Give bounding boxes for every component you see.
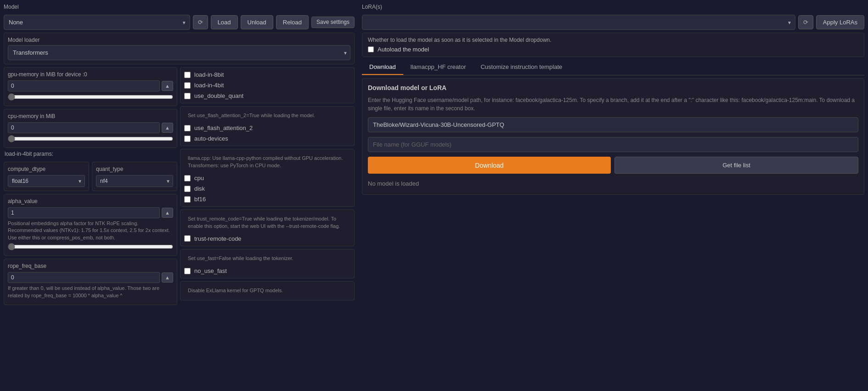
flash-attention-group: Set use_flash_attention_2=True while loa… bbox=[180, 106, 355, 146]
use-flash-attention-2-checkbox[interactable] bbox=[184, 125, 191, 131]
quant-type-select[interactable]: nf4 fp4 bbox=[96, 175, 173, 187]
cpu-memory-spinner[interactable]: ▲ bbox=[162, 123, 173, 133]
load-in-4bit-label: load-in-4bit bbox=[194, 82, 224, 89]
bf16-checkbox[interactable] bbox=[184, 196, 191, 203]
lora-label: LoRA(s) bbox=[362, 4, 864, 10]
rope-freq-base-input[interactable] bbox=[8, 272, 160, 283]
trust-remote-group: Set trust_remote_code=True while loading… bbox=[180, 210, 355, 246]
get-file-list-button[interactable]: Get file list bbox=[614, 157, 858, 174]
load-button[interactable]: Load bbox=[211, 15, 238, 29]
load-in-4bit-checkbox[interactable] bbox=[184, 82, 191, 89]
no-use-fast-checkbox[interactable] bbox=[184, 268, 191, 274]
no-use-fast-group: Set use_fast=False while loading the tok… bbox=[180, 249, 355, 278]
gpu-memory-spinner[interactable]: ▲ bbox=[162, 81, 173, 91]
alpha-value-label: alpha_value bbox=[8, 198, 173, 204]
auto-devices-item: auto-devices bbox=[184, 135, 350, 142]
no-use-fast-info: Set use_fast=False while loading the tok… bbox=[184, 253, 350, 264]
autoload-model-label: Autoload the model bbox=[378, 46, 429, 53]
auto-devices-checkbox[interactable] bbox=[184, 136, 191, 142]
cpu-label: cpu bbox=[194, 175, 204, 181]
download-desc: Enter the Hugging Face username/model pa… bbox=[368, 96, 858, 113]
download-buttons: Download Get file list bbox=[368, 157, 858, 174]
llama-cpp-info: llama.cpp: Use llama-cpp-python compiled… bbox=[184, 153, 350, 171]
cpu-checkbox[interactable] bbox=[184, 175, 191, 181]
model-loader-label: Model loader bbox=[8, 37, 350, 43]
load-in-4bit-item: load-in-4bit bbox=[184, 82, 350, 89]
load-in-8bit-label: load-in-8bit bbox=[194, 71, 224, 78]
model-dropdown[interactable]: None bbox=[4, 15, 190, 30]
trust-remote-info: Set trust_remote_code=True while loading… bbox=[184, 214, 350, 232]
tab-download[interactable]: Download bbox=[362, 60, 403, 75]
tab-llamacpp-hf[interactable]: llamacpp_HF creator bbox=[403, 60, 473, 75]
trust-remote-code-checkbox[interactable] bbox=[184, 235, 191, 242]
cpu-memory-input[interactable] bbox=[8, 122, 160, 133]
download-title: Download model or LoRA bbox=[368, 84, 858, 91]
model-dropdown-wrap: None ▼ bbox=[4, 15, 190, 30]
model-path-input[interactable] bbox=[368, 117, 858, 132]
alpha-value-input[interactable] bbox=[8, 207, 160, 218]
trust-remote-code-label: trust-remote-code bbox=[194, 235, 242, 242]
compute-dtype-box: compute_dtype float16 bfloat16 float32 ▼ bbox=[4, 162, 89, 191]
autoload-model-checkbox[interactable] bbox=[368, 46, 374, 52]
tab-customize[interactable]: Customize instruction template bbox=[473, 60, 569, 75]
download-panel: Download model or LoRA Enter the Hugging… bbox=[362, 78, 864, 195]
unload-button[interactable]: Unload bbox=[241, 15, 273, 29]
trust-remote-code-item: trust-remote-code bbox=[184, 235, 350, 242]
disk-item: disk bbox=[184, 185, 350, 192]
autoload-info-banner: Whether to load the model as soon as it … bbox=[362, 33, 864, 57]
lora-dropdown[interactable] bbox=[362, 15, 795, 30]
no-use-fast-item: no_use_fast bbox=[184, 267, 350, 274]
cpu-memory-slider[interactable] bbox=[8, 135, 173, 142]
apply-loras-button[interactable]: Apply LoRAs bbox=[816, 15, 864, 29]
save-settings-button[interactable]: Save settings bbox=[311, 17, 355, 28]
compute-dtype-select[interactable]: float16 bfloat16 float32 bbox=[8, 175, 85, 187]
load-in-4bit-params-label: load-in-4bit params: bbox=[4, 151, 177, 157]
use-flash-attention-2-label: use_flash_attention_2 bbox=[194, 125, 253, 131]
compute-dtype-label: compute_dtype bbox=[8, 166, 85, 172]
checkbox-group-1: load-in-8bit load-in-4bit use_double_qua… bbox=[180, 67, 355, 103]
quant-type-label: quant_type bbox=[96, 166, 173, 172]
gpu-memory-input[interactable] bbox=[8, 80, 160, 91]
rope-freq-base-desc: If greater than 0, will be used instead … bbox=[8, 285, 173, 299]
tabs-row: Download llamacpp_HF creator Customize i… bbox=[362, 60, 864, 75]
flash-attention-info: Set use_flash_attention_2=True while loa… bbox=[184, 110, 350, 121]
no-model-status: No model is loaded bbox=[368, 178, 858, 189]
quant-type-box: quant_type nf4 fp4 ▼ bbox=[92, 162, 177, 191]
no-use-fast-label: no_use_fast bbox=[194, 267, 227, 274]
bf16-item: bf16 bbox=[184, 196, 350, 203]
alpha-value-spinner[interactable]: ▲ bbox=[162, 208, 173, 218]
compute-dtype-select-wrap: float16 bfloat16 float32 ▼ bbox=[8, 175, 85, 187]
exllama-info: Disable ExLlama kernel for GPTQ models. bbox=[184, 285, 350, 296]
model-loader-dropdown[interactable]: Transformers bbox=[8, 45, 350, 60]
filename-input[interactable] bbox=[368, 137, 858, 152]
load-in-8bit-checkbox[interactable] bbox=[184, 72, 191, 78]
reload-button[interactable]: Reload bbox=[276, 15, 309, 29]
use-double-quant-item: use_double_quant bbox=[184, 92, 350, 99]
cpu-item: cpu bbox=[184, 175, 350, 181]
alpha-value-slider[interactable] bbox=[8, 243, 173, 250]
download-button[interactable]: Download bbox=[368, 157, 611, 174]
alpha-value-section: alpha_value ▲ Positional embeddings alph… bbox=[4, 194, 177, 256]
model-refresh-button[interactable]: ⟳ bbox=[193, 15, 208, 29]
quant-type-select-wrap: nf4 fp4 ▼ bbox=[96, 175, 173, 187]
rope-freq-base-spinner[interactable]: ▲ bbox=[162, 272, 173, 283]
cpu-memory-label: cpu-memory in MiB bbox=[8, 113, 173, 119]
rope-freq-base-section: rope_freq_base ▲ If greater than 0, will… bbox=[4, 259, 177, 305]
use-double-quant-checkbox[interactable] bbox=[184, 93, 191, 99]
lora-dropdown-wrap: ▼ bbox=[362, 15, 795, 30]
use-flash-attention-item: use_flash_attention_2 bbox=[184, 125, 350, 131]
lora-refresh-button[interactable]: ⟳ bbox=[798, 15, 813, 29]
gpu-memory-slider[interactable] bbox=[8, 93, 173, 101]
lora-section: ▼ ⟳ Apply LoRAs bbox=[362, 15, 864, 30]
load-in-8bit-item: load-in-8bit bbox=[184, 71, 350, 78]
auto-devices-label: auto-devices bbox=[194, 135, 228, 142]
disk-label: disk bbox=[194, 185, 205, 192]
gpu-memory-label: gpu-memory in MiB for device :0 bbox=[8, 71, 173, 78]
exllama-group: Disable ExLlama kernel for GPTQ models. bbox=[180, 281, 355, 300]
disk-checkbox[interactable] bbox=[184, 186, 191, 192]
cpu-disk-bf16-group: llama.cpp: Use llama-cpp-python compiled… bbox=[180, 149, 355, 207]
bf16-label: bf16 bbox=[194, 196, 206, 203]
alpha-value-desc: Positional embeddings alpha factor for N… bbox=[8, 220, 173, 241]
use-double-quant-label: use_double_quant bbox=[194, 92, 243, 99]
gpu-memory-box: gpu-memory in MiB for device :0 ▲ bbox=[4, 67, 177, 106]
